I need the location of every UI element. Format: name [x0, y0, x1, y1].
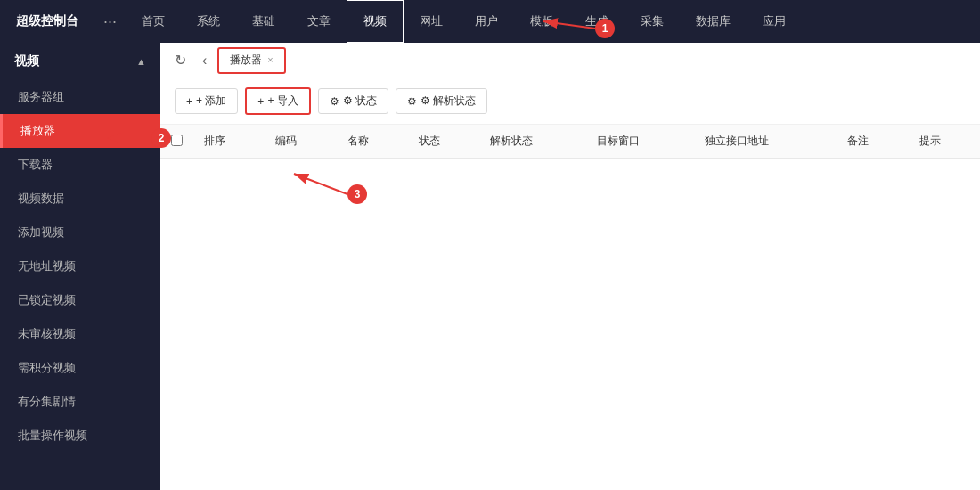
gear-icon-1: ⚙	[330, 95, 339, 108]
toolbar: + + 添加 + + 导入 ⚙ ⚙ 状态 ⚙ ⚙ 解析状态	[160, 78, 980, 125]
top-nav-item-文章[interactable]: 文章	[291, 0, 347, 43]
sidebar-item-下载器[interactable]: 下载器	[0, 148, 160, 182]
tab-close-btn[interactable]: ×	[267, 55, 273, 65]
sidebar-item-已锁定视频[interactable]: 已锁定视频	[0, 283, 160, 317]
top-nav-item-采集[interactable]: 采集	[625, 0, 680, 43]
brand-logo: 超级控制台	[0, 13, 94, 29]
col-header-提示: 提示	[909, 125, 980, 159]
sidebar-section-header[interactable]: 视频 ▲	[0, 43, 160, 80]
col-header-独立接口地址: 独立接口地址	[694, 125, 837, 159]
import-icon: +	[257, 95, 264, 108]
parse-status-button[interactable]: ⚙ ⚙ 解析状态	[396, 88, 487, 114]
sidebar-item-未审核视频[interactable]: 未审核视频	[0, 317, 160, 351]
top-nav-item-网址[interactable]: 网址	[404, 0, 459, 43]
top-nav-item-首页[interactable]: 首页	[126, 0, 181, 43]
top-nav-item-用户[interactable]: 用户	[459, 0, 514, 43]
top-nav-item-应用[interactable]: 应用	[747, 0, 802, 43]
content-area: ↻ ‹ 播放器× + + 添加 + + 导入 ⚙	[160, 43, 980, 490]
top-nav-item-基础[interactable]: 基础	[236, 0, 291, 43]
select-all-checkbox[interactable]	[171, 135, 183, 146]
top-nav-item-模版[interactable]: 模版	[514, 0, 569, 43]
top-nav-item-生成[interactable]: 生成	[569, 0, 625, 43]
sidebar: 视频 ▲ 服务器组播放器下载器视频数据添加视频无地址视频已锁定视频未审核视频需积…	[0, 43, 160, 490]
status-button[interactable]: ⚙ ⚙ 状态	[318, 88, 388, 114]
top-nav-item-视频[interactable]: 视频	[347, 0, 404, 43]
gear-icon-2: ⚙	[407, 95, 417, 108]
sidebar-section-label: 视频	[14, 53, 39, 69]
sidebar-item-播放器[interactable]: 播放器	[0, 114, 160, 148]
checkbox-col-header	[160, 125, 193, 159]
sidebar-item-视频数据[interactable]: 视频数据	[0, 182, 160, 216]
tab-bar: ↻ ‹ 播放器×	[160, 43, 980, 78]
more-dots[interactable]: ···	[94, 12, 126, 31]
table-header-row: 排序编码名称状态解析状态目标窗口独立接口地址备注提示	[160, 125, 980, 159]
back-button[interactable]: ‹	[197, 49, 212, 72]
sidebar-item-有分集剧情[interactable]: 有分集剧情	[0, 385, 160, 419]
top-nav: 超级控制台 ··· 首页系统基础文章视频网址用户模版生成采集数据库应用	[0, 0, 980, 43]
top-nav-item-数据库[interactable]: 数据库	[680, 0, 747, 43]
col-header-状态: 状态	[408, 125, 479, 159]
add-icon: +	[186, 95, 192, 108]
sidebar-item-添加视频[interactable]: 添加视频	[0, 216, 160, 249]
tab-播放器[interactable]: 播放器×	[217, 47, 285, 74]
refresh-button[interactable]: ↻	[169, 48, 192, 72]
sidebar-collapse-arrow: ▲	[136, 56, 146, 67]
tab-label: 播放器	[230, 53, 262, 68]
add-button[interactable]: + + 添加	[175, 88, 238, 114]
sidebar-item-需积分视频[interactable]: 需积分视频	[0, 351, 160, 385]
col-header-目标窗口: 目标窗口	[586, 125, 693, 159]
table-container: 排序编码名称状态解析状态目标窗口独立接口地址备注提示	[160, 125, 980, 490]
sidebar-item-批量操作视频[interactable]: 批量操作视频	[0, 419, 160, 453]
sidebar-item-服务器组[interactable]: 服务器组	[0, 80, 160, 114]
import-button[interactable]: + + 导入	[245, 87, 310, 115]
col-header-编码: 编码	[265, 125, 336, 159]
data-table: 排序编码名称状态解析状态目标窗口独立接口地址备注提示	[160, 125, 980, 159]
col-header-名称: 名称	[337, 125, 408, 159]
top-nav-item-系统[interactable]: 系统	[181, 0, 236, 43]
top-nav-items: 首页系统基础文章视频网址用户模版生成采集数据库应用	[126, 0, 980, 43]
col-header-解析状态: 解析状态	[479, 125, 586, 159]
col-header-备注: 备注	[837, 125, 908, 159]
col-header-排序: 排序	[193, 125, 265, 159]
sidebar-item-无地址视频[interactable]: 无地址视频	[0, 249, 160, 283]
